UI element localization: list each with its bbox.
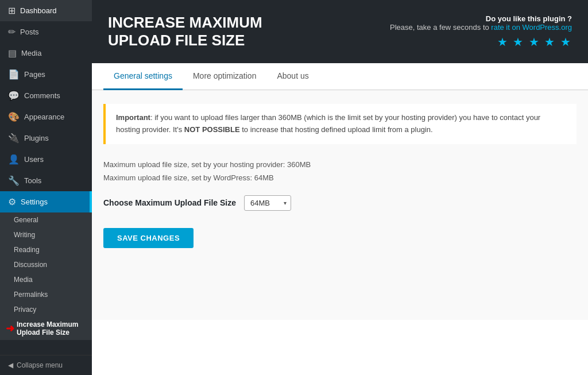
users-icon: 👤 xyxy=(8,154,20,165)
appearance-icon: 🎨 xyxy=(8,111,20,122)
sidebar-item-label: Media xyxy=(21,49,41,57)
sidebar-item-label: Posts xyxy=(20,28,39,36)
plugin-title: INCREASE MAXIMUM UPLOAD FILE SIZE xyxy=(108,14,262,49)
sidebar-item-dashboard[interactable]: ⊞ Dashboard xyxy=(0,0,92,21)
submenu-item-increase-upload[interactable]: ➜ Increase Maximum Upload File Size xyxy=(0,317,92,340)
submenu-item-media[interactable]: Media xyxy=(0,272,92,287)
plugin-menu-label: Increase Maximum Upload File Size xyxy=(17,320,84,337)
notice-important-label: Important xyxy=(116,113,150,122)
tools-icon: 🔧 xyxy=(8,175,20,186)
info-lines: Maximum upload file size, set by your ho… xyxy=(103,158,577,185)
collapse-label: Collapse menu xyxy=(17,361,63,369)
sidebar-item-users[interactable]: 👤 Users xyxy=(0,149,92,170)
info-hosting-limit: Maximum upload file size, set by your ho… xyxy=(103,158,577,171)
settings-icon: ⚙ xyxy=(8,196,16,207)
collapse-menu-button[interactable]: ◀ Collapse menu xyxy=(0,355,92,375)
submenu-item-privacy[interactable]: Privacy xyxy=(0,302,92,317)
tab-more-optimization[interactable]: More optimization xyxy=(183,63,267,90)
settings-submenu: General Writing Reading Discussion Media… xyxy=(0,212,92,340)
main-content: INCREASE MAXIMUM UPLOAD FILE SIZE Do you… xyxy=(92,0,588,375)
sidebar-item-plugins[interactable]: 🔌 Plugins xyxy=(0,127,92,149)
sidebar-item-comments[interactable]: 💬 Comments xyxy=(0,85,92,106)
sidebar-item-label: Appearance xyxy=(24,113,64,121)
choose-upload-size-row: Choose Maximum Upload File Size 64MB 128… xyxy=(103,195,577,211)
posts-icon: ✏ xyxy=(8,26,16,37)
plugin-banner: INCREASE MAXIMUM UPLOAD FILE SIZE Do you… xyxy=(92,0,588,63)
plugins-icon: 🔌 xyxy=(8,133,20,144)
media-icon: ▤ xyxy=(8,48,17,59)
rating-link[interactable]: rate it on WordPress.org xyxy=(491,23,572,32)
sidebar-item-label: Settings xyxy=(21,198,48,206)
submenu-item-reading[interactable]: Reading xyxy=(0,242,92,257)
important-notice: Important: if you want to upload files l… xyxy=(103,104,577,144)
sidebar-item-appearance[interactable]: 🎨 Appearance xyxy=(0,106,92,127)
notice-text-2: to increase that hosting defined upload … xyxy=(240,125,433,134)
sidebar-item-label: Dashboard xyxy=(20,6,57,15)
file-size-select-wrapper: 64MB 128MB 256MB 360MB ▾ xyxy=(244,195,291,211)
sidebar-item-label: Pages xyxy=(24,70,45,79)
submenu-item-permalinks[interactable]: Permalinks xyxy=(0,287,92,302)
dashboard-icon: ⊞ xyxy=(8,5,16,16)
sidebar-item-label: Tools xyxy=(24,176,41,185)
sidebar-item-label: Users xyxy=(24,155,44,164)
plugin-rating: Do you like this plugin ? Please, take a… xyxy=(390,14,572,49)
sidebar-item-tools[interactable]: 🔧 Tools xyxy=(0,170,92,191)
sidebar-item-media[interactable]: ▤ Media xyxy=(0,42,92,64)
collapse-icon: ◀ xyxy=(8,361,13,369)
file-size-select[interactable]: 64MB 128MB 256MB 360MB xyxy=(244,195,291,211)
submenu-item-writing[interactable]: Writing xyxy=(0,227,92,242)
comments-icon: 💬 xyxy=(8,90,20,101)
submenu-item-general[interactable]: General xyxy=(0,212,92,227)
sidebar-item-posts[interactable]: ✏ Posts xyxy=(0,21,92,42)
star-rating: ★ ★ ★ ★ ★ xyxy=(390,35,572,49)
save-changes-button[interactable]: SAVE CHANGES xyxy=(103,228,194,248)
rating-text: Please, take a few seconds to rate it on… xyxy=(390,23,572,32)
sidebar: ⊞ Dashboard ✏ Posts ▤ Media 📄 Pages 💬 Co… xyxy=(0,0,92,375)
notice-not-possible: NOT POSSIBLE xyxy=(184,125,240,134)
red-arrow-icon: ➜ xyxy=(6,322,14,335)
sidebar-item-settings[interactable]: ⚙ Settings xyxy=(0,191,92,212)
sidebar-item-label: Plugins xyxy=(24,134,49,142)
submenu-item-discussion[interactable]: Discussion xyxy=(0,257,92,272)
tab-bar: General settings More optimization About… xyxy=(92,63,588,90)
info-wordpress-limit: Maximum upload file size, set by WordPre… xyxy=(103,171,577,184)
tab-about-us[interactable]: About us xyxy=(266,63,319,90)
sidebar-item-label: Comments xyxy=(24,91,60,100)
sidebar-item-pages[interactable]: 📄 Pages xyxy=(0,64,92,85)
rating-question: Do you like this plugin ? xyxy=(390,14,572,23)
tab-general-settings[interactable]: General settings xyxy=(103,63,183,90)
content-area: General settings More optimization About… xyxy=(92,63,588,375)
choose-label: Choose Maximum Upload File Size xyxy=(103,198,236,207)
pages-icon: 📄 xyxy=(8,69,20,80)
tab-content: Important: if you want to upload files l… xyxy=(92,90,588,320)
